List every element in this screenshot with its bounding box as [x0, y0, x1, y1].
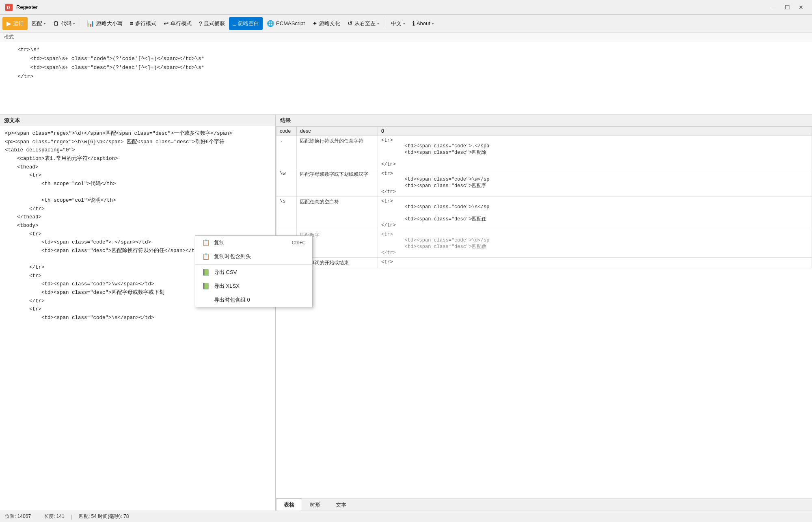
result-table-container[interactable]: code desc 0 .匹配除换行符以外的任意字符<tr> <td><span…: [276, 126, 812, 498]
ignore-culture-button[interactable]: ✦ 忽略文化: [309, 17, 343, 30]
ignore-whitespace-button[interactable]: ⎵ 忽略空白: [229, 17, 263, 30]
about-arrow-icon: ▾: [432, 22, 434, 26]
pattern-line-2: <td><span\s+ class="code">(?'code'[^<]+)…: [5, 54, 807, 63]
tab-table[interactable]: 表格: [276, 498, 302, 511]
source-line-5: <thead>: [5, 163, 270, 172]
about-icon: ℹ: [412, 20, 415, 27]
language-button[interactable]: 中文 ▾: [388, 17, 408, 30]
status-bar: 位置: 14067 长度: 141 | 匹配: 54 时间(毫秒): 78: [0, 511, 812, 522]
ecmascript-button[interactable]: 🌐 ECMAScript: [263, 17, 308, 30]
ignore-case-button[interactable]: 📊 忽略大小写: [84, 17, 126, 30]
result-tab-bar: 表格 树形 文本: [276, 498, 812, 511]
table-row[interactable]: .匹配除换行符以外的任意字符<tr> <td><span class="code…: [276, 136, 812, 169]
context-menu-label-0: 复制: [214, 239, 288, 246]
multiline-icon: ≡: [130, 20, 134, 27]
table-row[interactable]: \b匹配单词的开始或结束<tr>: [276, 258, 812, 268]
source-panel-header: 源文本: [0, 115, 275, 126]
source-line-7: <th scope="col">代码</th>: [5, 180, 270, 188]
minimize-button[interactable]: —: [767, 2, 780, 12]
run-icon: ▶: [6, 20, 11, 27]
source-line-1: <p><span class="regex">\d+</span>匹配<span…: [5, 129, 270, 138]
multiline-label: 多行模式: [135, 20, 156, 27]
rtl-icon: ↺: [348, 20, 353, 27]
maximize-button[interactable]: ☐: [781, 2, 793, 12]
context-menu-label-1: 复制时包含列头: [214, 253, 306, 260]
context-menu-icon-0: 📋: [202, 239, 210, 247]
singleline-label: 单行模式: [171, 20, 192, 27]
ignore-culture-icon: ✦: [312, 20, 317, 27]
run-button[interactable]: ▶ 运行: [2, 17, 28, 30]
close-button[interactable]: ✕: [795, 2, 807, 12]
source-line-4: <caption>表1.常用的元字符</caption>: [5, 155, 270, 163]
position-value: 14067: [17, 513, 31, 519]
capture-button[interactable]: ? 显式捕获: [196, 17, 228, 30]
context-menu-shortcut-0: Ctrl+C: [292, 240, 306, 246]
cell-desc-0: 匹配除换行符以外的任意字符: [297, 136, 378, 169]
match-button[interactable]: 匹配 ▾: [28, 17, 49, 30]
length-label: 长度: 141: [44, 513, 65, 520]
source-panel-title: 源文本: [4, 117, 20, 123]
cell-code-2: \s: [276, 197, 297, 230]
match-value: 54: [91, 513, 97, 519]
about-button[interactable]: ℹ About ▾: [409, 17, 437, 30]
pattern-line-3: <td><span\s+ class="desc">(?'desc'[^<]+)…: [5, 63, 807, 72]
ecmascript-label: ECMAScript: [276, 20, 305, 26]
source-line-8: [5, 188, 270, 196]
code-button[interactable]: 🗒 代码 ▾: [50, 17, 78, 30]
match-arrow-icon: ▾: [44, 22, 46, 26]
pattern-area[interactable]: <tr>\s* <td><span\s+ class="code">(?'cod…: [0, 42, 812, 115]
cell-val-2: <tr> <td><span class="code">\s</sp <td><…: [378, 197, 812, 230]
run-label: 运行: [13, 20, 24, 27]
context-menu-item-1[interactable]: 📋复制时包含列头: [195, 250, 312, 263]
cell-val-1: <tr> <td><span class="code">\w</sp <td><…: [378, 169, 812, 197]
cell-desc-1: 匹配字母或数字或下划线或汉字: [297, 169, 378, 197]
result-panel-title: 结果: [280, 117, 291, 123]
capture-label: 显式捕获: [204, 20, 225, 27]
mode-bar: 模式: [0, 32, 812, 42]
table-row[interactable]: 匹配数字<tr> <td><span class="code">\d</sp <…: [276, 230, 812, 258]
context-menu-label-4: 导出时包含组 0: [214, 296, 306, 304]
cell-code-1: \w: [276, 169, 297, 197]
app-logo: R: [5, 3, 13, 11]
multiline-button[interactable]: ≡ 多行模式: [127, 17, 160, 30]
position-label: 位置: 14067: [5, 513, 31, 520]
context-menu-item-0[interactable]: 📋复制Ctrl+C: [195, 236, 312, 250]
rtl-arrow-icon: ▾: [377, 22, 379, 26]
source-line-3: <table cellspacing="0">: [5, 146, 270, 155]
source-panel-content[interactable]: <p><span class="regex">\d+</span>匹配<span…: [0, 126, 275, 511]
ignore-whitespace-icon: ⎵: [233, 20, 236, 27]
context-menu-icon-1: 📋: [202, 252, 210, 261]
capture-icon: ?: [199, 20, 202, 27]
col-code: code: [276, 127, 297, 136]
cell-val-0: <tr> <td><span class="code">.</spa <td><…: [378, 136, 812, 169]
svg-text:R: R: [6, 4, 11, 11]
match-label-text: 匹配:: [79, 513, 90, 519]
context-menu-item-3[interactable]: 📗导出 XLSX: [195, 279, 312, 293]
context-menu-icon-3: 📗: [202, 282, 210, 290]
table-row[interactable]: \s匹配任意的空白符<tr> <td><span class="code">\s…: [276, 197, 812, 230]
tab-tree[interactable]: 树形: [302, 498, 328, 511]
col-desc: desc: [297, 127, 378, 136]
time-label: 时间(毫秒):: [98, 513, 122, 519]
position-label-text: 位置:: [5, 513, 16, 519]
singleline-button[interactable]: ↩ 单行模式: [160, 17, 195, 30]
ignore-culture-label: 忽略文化: [319, 20, 340, 27]
source-line-9: <th scope="col">说明</th>: [5, 196, 270, 205]
match-label: 匹配: 54 时间(毫秒): 78: [79, 513, 129, 520]
rtl-button[interactable]: ↺ 从右至左 ▾: [344, 17, 382, 30]
result-panel-header: 结果: [276, 115, 812, 126]
cell-desc-2: 匹配任意的空白符: [297, 197, 378, 230]
ecmascript-icon: 🌐: [267, 20, 274, 27]
code-arrow-icon: ▾: [73, 22, 75, 26]
context-menu-item-2[interactable]: 📗导出 CSV: [195, 265, 312, 279]
code-icon: 🗒: [53, 20, 59, 27]
tab-text[interactable]: 文本: [328, 498, 354, 511]
table-row[interactable]: \w匹配字母或数字或下划线或汉字<tr> <td><span class="co…: [276, 169, 812, 197]
length-value: 141: [56, 513, 65, 519]
pattern-line-1: <tr>\s*: [5, 45, 807, 54]
singleline-icon: ↩: [164, 20, 169, 27]
lang-arrow-icon: ▾: [403, 22, 405, 26]
mode-label: 模式: [4, 34, 14, 40]
context-menu-item-4[interactable]: 导出时包含组 0: [195, 293, 312, 307]
source-line-6: <tr>: [5, 171, 270, 180]
